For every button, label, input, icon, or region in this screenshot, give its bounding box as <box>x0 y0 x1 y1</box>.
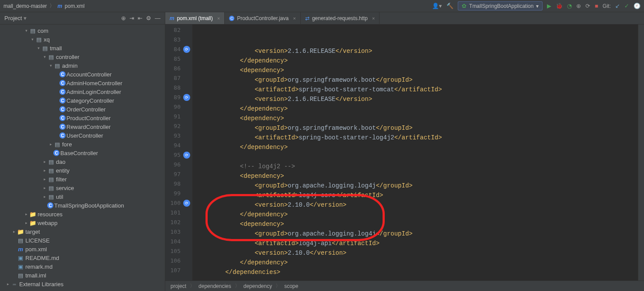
settings-icon[interactable]: ⚙ <box>146 15 151 21</box>
tree-arrow-icon[interactable]: ▾ <box>30 37 35 42</box>
tree-item[interactable]: ▸▣remark.md <box>0 262 165 271</box>
code-line[interactable]: <groupId>org.apache.logging.log4j</group… <box>192 181 638 191</box>
gutter-maven-icon[interactable]: ⟳ <box>183 152 190 159</box>
tree-item[interactable]: ▸CAccountController <box>0 70 165 79</box>
tree-item[interactable]: ▸CCategoryController <box>0 96 165 105</box>
gutter-maven-icon[interactable]: ⟳ <box>183 94 190 101</box>
tree-item[interactable]: ▸▣README.md <box>0 253 165 262</box>
tree-item[interactable]: ▾▤admin <box>0 61 165 70</box>
select-opened-file-icon[interactable]: ⊕ <box>121 15 126 21</box>
code-line[interactable] <box>192 152 638 162</box>
tree-item[interactable]: ▸CBaseController <box>0 149 165 157</box>
build-icon[interactable]: 🔨 <box>446 3 453 9</box>
editor-tab[interactable]: ⇄generated-requests.http× <box>301 12 380 24</box>
structure-breadcrumb[interactable]: project〉dependencies〉dependency〉scope <box>165 281 644 291</box>
tree-item[interactable]: ▸⎓External Libraries <box>0 280 165 288</box>
tree-item[interactable]: ▸CAdminHomeController <box>0 79 165 87</box>
tree-item[interactable]: ▸CTmallSpringBootApplication <box>0 201 165 210</box>
code-line[interactable]: <artifactId>log4j-core</artifactId> <box>192 191 638 200</box>
editor-tab[interactable]: CProductController.java× <box>225 12 301 24</box>
tree-item[interactable]: ▸▤entity <box>0 166 165 175</box>
code-line[interactable]: <groupId>org.springframework.boot</group… <box>192 75 638 85</box>
vcs-history-icon[interactable]: 🕘 <box>634 3 641 9</box>
run-icon[interactable]: ▶ <box>547 3 551 9</box>
tree-arrow-icon[interactable]: ▸ <box>24 221 29 225</box>
profiler-icon[interactable]: ⊕ <box>576 3 581 9</box>
tree-item[interactable]: ▸CProductController <box>0 114 165 122</box>
tree-item[interactable]: ▸▤tmall.iml <box>0 271 165 280</box>
tree-item[interactable]: ▸📁webapp <box>0 218 165 227</box>
tree-item[interactable]: ▸▤filter <box>0 175 165 184</box>
gutter-maven-icon[interactable]: ⟳ <box>183 46 190 53</box>
tree-arrow-icon[interactable]: ▾ <box>36 46 41 50</box>
expand-all-icon[interactable]: ⇥ <box>129 15 134 21</box>
code-line[interactable]: </dependency> <box>192 210 638 219</box>
tree-arrow-icon[interactable]: ▾ <box>42 55 47 59</box>
tree-arrow-icon[interactable]: ▸ <box>42 194 47 199</box>
user-icon[interactable]: 👤▾ <box>432 3 442 9</box>
close-icon[interactable]: × <box>293 16 296 21</box>
tree-item[interactable]: ▸📁target <box>0 227 165 236</box>
tree-item[interactable]: ▸CAdminLoginController <box>0 87 165 96</box>
vcs-update-icon[interactable]: ↙ <box>615 3 620 9</box>
close-icon[interactable]: × <box>217 16 220 21</box>
code-line[interactable]: <dependency> <box>192 171 638 181</box>
tree-item[interactable]: ▸mpom.xml <box>0 245 165 253</box>
tree-item[interactable]: ▾▤xq <box>0 35 165 44</box>
tree-arrow-icon[interactable]: ▸ <box>5 282 10 286</box>
gutter-maven-icon[interactable]: ⟳ <box>183 200 190 207</box>
breadcrumb-item[interactable]: project <box>171 283 186 289</box>
code-line[interactable] <box>192 277 638 281</box>
tree-arrow-icon[interactable]: ▾ <box>48 63 53 68</box>
code-line[interactable]: <version>2.1.6.RELEASE</version> <box>192 94 638 104</box>
tree-item[interactable]: ▸▤service <box>0 184 165 192</box>
tree-item[interactable]: ▾▤controller <box>0 52 165 61</box>
tree-item[interactable]: ▸▤LICENSE <box>0 236 165 245</box>
code-line[interactable]: <groupId>org.apache.logging.log4j</group… <box>192 229 638 239</box>
run-config-selector[interactable]: ✿ TmallSpringBootApplication ▾ <box>458 1 543 10</box>
tree-item[interactable]: ▸CRewardController <box>0 122 165 131</box>
code-line[interactable]: <version>2.10.0</version> <box>192 200 638 210</box>
code-line[interactable]: <dependency> <box>192 219 638 229</box>
close-icon[interactable]: × <box>372 16 375 21</box>
project-title[interactable]: Project <box>4 15 22 21</box>
vertical-scrollbar[interactable] <box>638 24 644 281</box>
tree-arrow-icon[interactable]: ▸ <box>42 159 47 164</box>
editor-code[interactable]: <version>2.1.6.RELEASE</version> </depen… <box>192 24 638 281</box>
hide-icon[interactable]: — <box>155 15 160 21</box>
breadcrumb-file[interactable]: pom.xml <box>65 3 84 9</box>
tree-item[interactable]: ▸▤dao <box>0 157 165 166</box>
tree-item[interactable]: ▸▤util <box>0 192 165 201</box>
collapse-all-icon[interactable]: ⇤ <box>138 15 143 21</box>
tree-arrow-icon[interactable]: ▸ <box>42 177 47 181</box>
breadcrumb-item[interactable]: dependencies <box>198 283 231 289</box>
code-line[interactable]: </dependency> <box>192 56 638 66</box>
tree-item[interactable]: ▾▤tmall <box>0 44 165 52</box>
tree-item[interactable]: ▸COrderController <box>0 105 165 114</box>
project-tree[interactable]: ▾▤com▾▤xq▾▤tmall▾▤controller▾▤admin▸CAcc… <box>0 24 165 291</box>
tree-item[interactable]: ▸CUserController <box>0 131 165 140</box>
tree-arrow-icon[interactable]: ▸ <box>42 168 47 173</box>
tree-arrow-icon[interactable]: ▸ <box>24 212 29 216</box>
code-line[interactable]: <version>2.10.0</version> <box>192 248 638 258</box>
code-line[interactable]: <version>2.1.6.RELEASE</version> <box>192 46 638 56</box>
code-line[interactable]: </dependencies> <box>192 267 638 277</box>
tree-item[interactable]: ▾▤com <box>0 26 165 35</box>
chevron-down-icon[interactable]: ▾ <box>24 15 27 21</box>
code-line[interactable]: <dependency> <box>192 114 638 123</box>
debug-icon[interactable]: 🐞 <box>556 3 563 9</box>
tree-arrow-icon[interactable]: ▾ <box>24 28 29 33</box>
tree-item[interactable]: ▸▤fore <box>0 140 165 149</box>
code-line[interactable]: <artifactId>spring-boot-starter-tomcat</… <box>192 85 638 94</box>
tree-item[interactable]: ▸📁resources <box>0 210 165 218</box>
tree-arrow-icon[interactable]: ▸ <box>11 229 17 234</box>
code-line[interactable]: <artifactId>log4j-api</artifactId> <box>192 239 638 248</box>
breadcrumb-item[interactable]: scope <box>284 283 298 289</box>
code-line[interactable]: </dependency> <box>192 142 638 152</box>
breadcrumb-root[interactable]: mall_demo-master <box>3 3 47 9</box>
attach-icon[interactable]: ⟳ <box>585 3 590 9</box>
tree-arrow-icon[interactable]: ▸ <box>42 186 47 190</box>
code-line[interactable]: </dependency> <box>192 258 638 267</box>
tree-arrow-icon[interactable]: ▸ <box>48 142 53 146</box>
code-line[interactable]: <!-- log4j2 --> <box>192 162 638 171</box>
